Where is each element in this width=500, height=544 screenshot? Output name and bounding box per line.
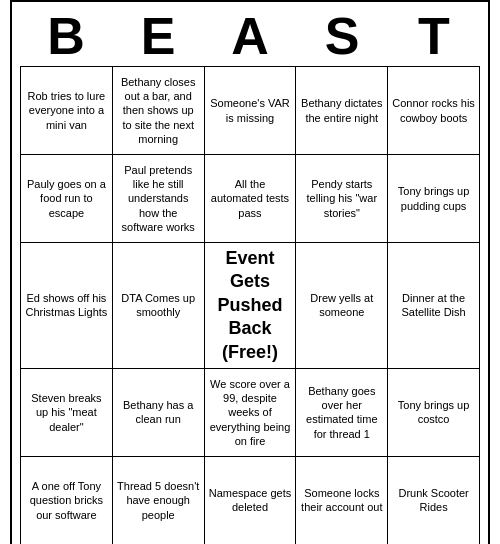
- bingo-cell-14[interactable]: Dinner at the Satellite Dish: [388, 243, 480, 369]
- letter-b: B: [22, 10, 110, 62]
- bingo-cell-2[interactable]: Someone's VAR is missing: [205, 67, 297, 155]
- bingo-cell-18[interactable]: Bethany goes over her estimated time for…: [296, 369, 388, 457]
- bingo-cell-19[interactable]: Tony brings up costco: [388, 369, 480, 457]
- letter-a: A: [206, 10, 294, 62]
- bingo-cell-17[interactable]: We score over a 99, despite weeks of eve…: [205, 369, 297, 457]
- bingo-cell-12[interactable]: Event Gets Pushed Back (Free!): [205, 243, 297, 369]
- letter-s: S: [298, 10, 386, 62]
- bingo-cell-15[interactable]: Steven breaks up his "meat dealer": [21, 369, 113, 457]
- bingo-cell-5[interactable]: Pauly goes on a food run to escape: [21, 155, 113, 243]
- letter-t: T: [390, 10, 478, 62]
- bingo-cell-7[interactable]: All the automated tests pass: [205, 155, 297, 243]
- bingo-cell-16[interactable]: Bethany has a clean run: [113, 369, 205, 457]
- bingo-cell-10[interactable]: Ed shows off his Christmas Lights: [21, 243, 113, 369]
- bingo-cell-4[interactable]: Connor rocks his cowboy boots: [388, 67, 480, 155]
- bingo-cell-24[interactable]: Drunk Scooter Rides: [388, 457, 480, 544]
- bingo-header: B E A S T: [20, 10, 480, 62]
- bingo-cell-0[interactable]: Rob tries to lure everyone into a mini v…: [21, 67, 113, 155]
- bingo-grid: Rob tries to lure everyone into a mini v…: [20, 66, 480, 544]
- bingo-cell-9[interactable]: Tony brings up pudding cups: [388, 155, 480, 243]
- bingo-cell-20[interactable]: A one off Tony question bricks our softw…: [21, 457, 113, 544]
- bingo-cell-11[interactable]: DTA Comes up smoothly: [113, 243, 205, 369]
- bingo-cell-13[interactable]: Drew yells at someone: [296, 243, 388, 369]
- letter-e: E: [114, 10, 202, 62]
- bingo-card: B E A S T Rob tries to lure everyone int…: [10, 0, 490, 544]
- bingo-cell-22[interactable]: Namespace gets deleted: [205, 457, 297, 544]
- bingo-cell-8[interactable]: Pendy starts telling his "war stories": [296, 155, 388, 243]
- bingo-cell-1[interactable]: Bethany closes out a bar, and then shows…: [113, 67, 205, 155]
- bingo-cell-6[interactable]: Paul pretends like he still understands …: [113, 155, 205, 243]
- bingo-cell-23[interactable]: Someone locks their account out: [296, 457, 388, 544]
- bingo-cell-21[interactable]: Thread 5 doesn't have enough people: [113, 457, 205, 544]
- bingo-cell-3[interactable]: Bethany dictates the entire night: [296, 67, 388, 155]
